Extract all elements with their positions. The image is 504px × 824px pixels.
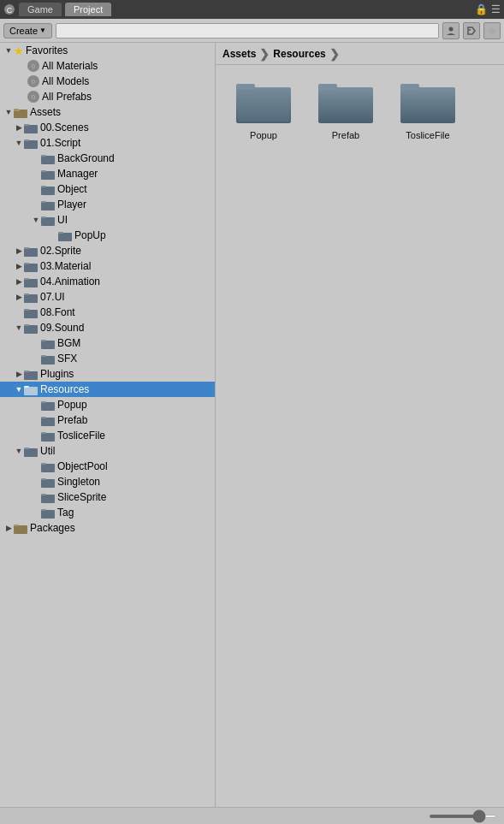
svg-rect-38 [41,356,55,365]
svg-rect-13 [41,155,46,157]
sidebar-item-manager[interactable]: Manager [0,166,215,181]
sidebar-item-toslicefile-res[interactable]: TosliceFile [0,428,215,443]
sidebar-item-tag[interactable]: Tag [0,505,215,520]
asset-prefab[interactable]: Prefab [311,79,380,140]
zoom-slider-container [429,815,497,818]
svg-point-2 [449,27,454,31]
main-container: ★ Favorites ○ All Materials ○ All Models… [0,43,504,807]
title-bar: C Game Project 🔒 ☰ [0,0,504,19]
sound-arrow [14,323,24,333]
person-icon-button[interactable] [442,22,460,39]
svg-rect-26 [24,264,38,272]
svg-rect-67 [318,87,373,123]
folder-icon [41,492,55,503]
svg-rect-60 [14,525,27,534]
scenes-arrow [14,122,24,133]
svg-rect-35 [24,324,29,326]
tag-icon-button[interactable] [463,22,480,39]
svg-rect-10 [24,140,38,149]
svg-rect-15 [41,170,46,172]
sidebar-item-04-animation[interactable]: 04.Animation [0,274,215,289]
sidebar-item-background[interactable]: BackGround [0,151,215,166]
svg-rect-23 [58,232,63,234]
breadcrumb-assets[interactable]: Assets [222,48,256,60]
folder-icon [41,507,55,519]
sidebar-item-07-ui[interactable]: 07.UI [0,289,215,305]
svg-rect-59 [41,509,46,511]
star-icon-button[interactable] [483,22,501,39]
sidebar-item-util[interactable]: Util [0,443,215,459]
util-arrow [14,446,24,456]
svg-rect-49 [41,432,46,434]
sidebar-item-all-prefabs[interactable]: ○ All Prefabs [0,89,215,104]
tab-project[interactable]: Project [65,3,111,16]
right-panel: Assets ❯ Resources ❯ [216,43,504,807]
breadcrumb-resources[interactable]: Resources [273,48,325,60]
sidebar-item-all-materials[interactable]: ○ All Materials [0,58,215,74]
sidebar-item-08-font[interactable]: 08.Font [0,305,215,320]
sidebar-item-prefab-res[interactable]: Prefab [0,412,215,428]
folder-icon [41,430,55,442]
svg-rect-24 [24,248,38,257]
breadcrumb-sep1: ❯ [259,47,270,61]
svg-rect-28 [24,279,38,288]
sidebar-item-singleton[interactable]: Singleton [0,474,215,489]
sidebar-item-01-script[interactable]: 01.Script [0,135,215,151]
sidebar-item-00-scenes[interactable]: 00.Scenes [0,120,215,135]
animation-arrow [14,276,24,287]
svg-rect-33 [24,309,29,311]
asset-toslicefile[interactable]: TosliceFile [394,79,462,140]
svg-rect-9 [24,124,29,126]
assets-grid: Popup Prefab [216,65,504,807]
sidebar-item-popup-res[interactable]: Popup [0,397,215,412]
svg-text:C: C [7,6,13,15]
sidebar-item-slicesprite[interactable]: SliceSprite [0,489,215,505]
svg-rect-57 [41,494,46,495]
resources-arrow [14,384,24,394]
sidebar-item-all-models[interactable]: ○ All Models [0,74,215,89]
breadcrumb-sep2: ❯ [329,47,340,61]
sidebar-item-03-material[interactable]: 03.Material [0,258,215,274]
sidebar-item-plugins[interactable]: Plugins [0,366,215,382]
svg-rect-36 [41,341,55,349]
svg-rect-8 [24,125,38,133]
sidebar-item-ui[interactable]: UI [0,212,215,228]
menu-icon[interactable]: ☰ [491,3,501,15]
svg-rect-39 [41,355,46,357]
create-button[interactable]: Create ▼ [3,23,52,39]
folder-icon [58,230,72,241]
svg-rect-56 [41,495,55,503]
assets-arrow [3,107,14,117]
asset-prefab-label: Prefab [332,130,359,140]
sidebar-item-bgm[interactable]: BGM [0,335,215,351]
favorites-arrow [3,45,14,56]
sidebar-item-player[interactable]: Player [0,197,215,212]
zoom-slider[interactable] [429,815,497,818]
svg-rect-32 [24,310,38,318]
sidebar-item-09-sound[interactable]: 09.Sound [0,320,215,335]
favorites-header[interactable]: ★ Favorites [0,43,215,58]
svg-rect-41 [24,371,29,372]
search-input[interactable] [56,23,439,39]
sidebar-item-object[interactable]: Object [0,181,215,197]
folder-icon [14,523,27,534]
svg-rect-71 [400,84,419,90]
svg-rect-55 [41,478,46,480]
assets-header[interactable]: Assets [0,104,215,120]
tab-game[interactable]: Game [19,3,62,16]
sidebar-item-02-sprite[interactable]: 02.Sprite [0,243,215,258]
lock-icon[interactable]: 🔒 [475,3,488,15]
folder-icon [24,369,38,380]
asset-popup[interactable]: Popup [229,79,298,140]
sidebar-item-objectpool[interactable]: ObjectPool [0,459,215,474]
svg-rect-44 [41,402,55,411]
sidebar-item-resources[interactable]: Resources [0,382,215,397]
sidebar-item-popup-script[interactable]: PopUp [0,228,215,243]
folder-icon [41,400,55,411]
sidebar-item-packages[interactable]: Packages [0,520,215,536]
asset-toslicefile-label: TosliceFile [406,130,449,140]
svg-rect-52 [41,464,55,472]
sidebar-item-sfx[interactable]: SFX [0,351,215,366]
svg-rect-64 [236,84,255,90]
svg-rect-65 [238,89,289,122]
